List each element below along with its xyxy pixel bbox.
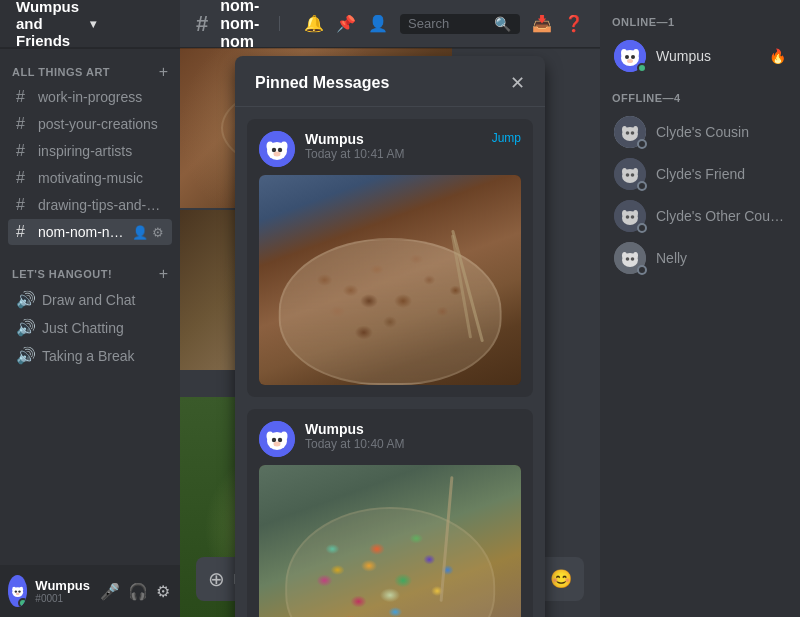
pinned-author-2: Wumpus (305, 421, 521, 437)
channel-inspiring-artists[interactable]: # inspiring-artists (8, 138, 172, 164)
member-avatar-coc (614, 200, 646, 232)
channel-name: inspiring-artists (38, 143, 164, 159)
pinned-time-2: Today at 10:40 AM (305, 437, 521, 451)
category-header-hangout[interactable]: LET'S HANGOUT! + (8, 266, 172, 282)
server-name: Wumpus and Friends (16, 0, 90, 49)
category-name-art: ALL THINGS ART (12, 66, 110, 78)
hash-icon: # (16, 115, 32, 133)
channel-work-in-progress[interactable]: # work-in-progress (8, 84, 172, 110)
user-info: Wumpus #0001 (35, 578, 90, 604)
svg-point-32 (626, 131, 630, 135)
search-box[interactable]: 🔍 (400, 14, 520, 34)
voice-channel-name: Draw and Chat (42, 292, 135, 308)
channel-drawing-tips[interactable]: # drawing-tips-and-tricks (8, 192, 172, 218)
main-header: # nom-nom-nom foods you're snackin on wh… (180, 0, 600, 48)
main-area: # nom-nom-nom foods you're snackin on wh… (180, 0, 600, 617)
offline-status-indicator (637, 139, 647, 149)
voice-icon: 🔊 (16, 290, 36, 309)
pinned-content: Wumpus Today at 10:41 AM Jump (235, 107, 545, 617)
online-status-indicator (637, 63, 647, 73)
svg-point-19 (278, 438, 282, 442)
member-name-coc: Clyde's Other Cousin (656, 208, 786, 224)
channel-list: ALL THINGS ART + # work-in-progress # po… (0, 48, 180, 565)
member-avatar-cf (614, 158, 646, 190)
svg-point-50 (626, 257, 630, 261)
voice-just-chatting[interactable]: 🔊 Just Chatting (8, 314, 172, 341)
channel-description: foods you're snackin on while making art (279, 16, 292, 31)
svg-point-33 (631, 131, 635, 135)
svg-point-6 (16, 593, 20, 595)
category-add-art[interactable]: + (159, 64, 168, 80)
members-sidebar: ONLINE—1 (600, 0, 800, 617)
svg-point-20 (274, 442, 281, 447)
members-icon[interactable]: 👤 (368, 14, 388, 33)
channel-sidebar: Wumpus and Friends ▾ ALL THINGS ART + # … (0, 0, 180, 617)
member-avatar-nelly (614, 242, 646, 274)
online-members-header: ONLINE—1 (608, 16, 792, 28)
channel-name: work-in-progress (38, 89, 164, 105)
help-icon[interactable]: ❓ (564, 14, 584, 33)
user-area: Wumpus #0001 🎤 🎧 ⚙ (0, 565, 180, 617)
voice-taking-a-break[interactable]: 🔊 Taking a Break (8, 342, 172, 369)
pinned-avatar-2 (259, 421, 295, 457)
pinned-jump-1[interactable]: Jump (492, 131, 521, 145)
pinned-author-1: Wumpus (305, 131, 482, 147)
category-lets-hangout: LET'S HANGOUT! + 🔊 Draw and Chat 🔊 Just … (0, 250, 180, 374)
member-clydes-other-cousin[interactable]: Clyde's Other Cousin (608, 196, 792, 236)
channel-name: motivating-music (38, 170, 164, 186)
pinned-close-button[interactable]: ✕ (510, 72, 525, 94)
voice-channel-name: Just Chatting (42, 320, 124, 336)
pinned-food-image-2 (259, 465, 521, 617)
add-member-icon[interactable]: 👤 (132, 225, 148, 240)
svg-point-25 (625, 55, 629, 59)
member-name-nelly: Nelly (656, 250, 786, 266)
svg-point-13 (274, 152, 281, 157)
settings-icon[interactable]: ⚙ (154, 580, 172, 603)
user-avatar (8, 575, 27, 607)
channel-title: nom-nom-nom (220, 0, 267, 51)
member-nelly[interactable]: Nelly (608, 238, 792, 278)
pinned-message-2: Wumpus Today at 10:40 AM (247, 409, 533, 617)
category-add-hangout[interactable]: + (159, 266, 168, 282)
hash-icon: # (16, 223, 32, 241)
category-header-art[interactable]: ALL THINGS ART + (8, 64, 172, 80)
offline-status-indicator (637, 223, 647, 233)
chat-area: Wumpu Today at Pinned Messages ✕ (180, 48, 600, 617)
search-input[interactable] (408, 16, 488, 31)
server-header[interactable]: Wumpus and Friends ▾ (0, 0, 180, 48)
server-chevron: ▾ (90, 17, 164, 31)
voice-icon: 🔊 (16, 346, 36, 365)
settings-icon[interactable]: ⚙ (152, 225, 164, 240)
offline-status-indicator (637, 181, 647, 191)
svg-point-26 (631, 55, 635, 59)
category-name-hangout: LET'S HANGOUT! (12, 268, 112, 280)
mute-icon[interactable]: 🎤 (98, 580, 122, 603)
member-clydes-friend[interactable]: Clyde's Friend (608, 154, 792, 194)
pin-icon[interactable]: 📌 (336, 14, 356, 33)
member-clydes-cousin[interactable]: Clyde's Cousin (608, 112, 792, 152)
pinned-time-1: Today at 10:41 AM (305, 147, 482, 161)
inbox-icon[interactable]: 📥 (532, 14, 552, 33)
user-status: #0001 (35, 593, 90, 604)
offline-members-header: OFFLINE—4 (608, 92, 792, 104)
channel-post-your-creations[interactable]: # post-your-creations (8, 111, 172, 137)
search-icon: 🔍 (494, 16, 511, 32)
deafen-icon[interactable]: 🎧 (126, 580, 150, 603)
pinned-title: Pinned Messages (255, 74, 389, 92)
pinned-msg-2-info: Wumpus Today at 10:40 AM (305, 421, 521, 451)
svg-point-38 (626, 173, 630, 177)
svg-point-18 (272, 438, 276, 442)
notification-bell-icon[interactable]: 🔔 (304, 14, 324, 33)
channel-motivating-music[interactable]: # motivating-music (8, 165, 172, 191)
pinned-msg-1-info: Wumpus Today at 10:41 AM (305, 131, 482, 161)
pinned-avatar-1 (259, 131, 295, 167)
pinned-modal-header: Pinned Messages ✕ (235, 56, 545, 107)
member-avatar-cc (614, 116, 646, 148)
pinned-food-image-1[interactable] (259, 175, 521, 385)
voice-icon: 🔊 (16, 318, 36, 337)
header-icons: 🔔 📌 👤 🔍 📥 ❓ (304, 14, 584, 34)
svg-point-4 (15, 590, 17, 592)
voice-draw-and-chat[interactable]: 🔊 Draw and Chat (8, 286, 172, 313)
member-wumpus[interactable]: Wumpus 🔥 (608, 36, 792, 76)
channel-nom-nom-nom[interactable]: # nom-nom-nom 👤 ⚙ (8, 219, 172, 245)
